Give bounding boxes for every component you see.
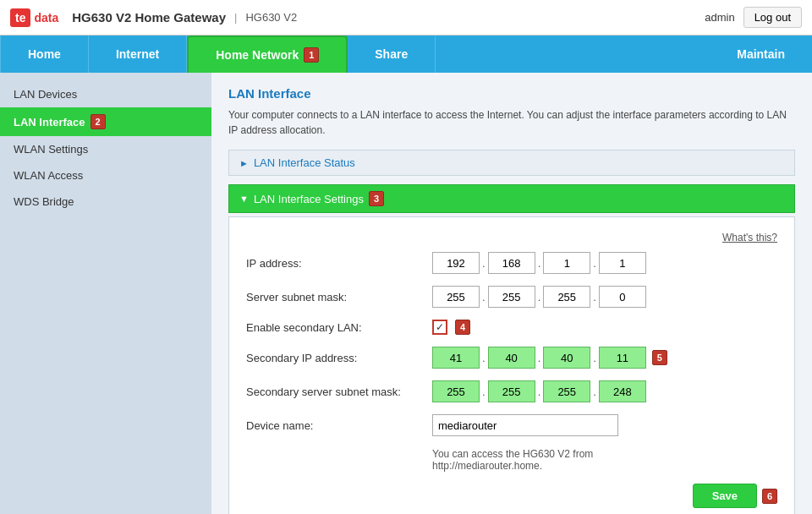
subnet-mask-octet2[interactable] [488,286,535,308]
sidebar-item-wds-bridge[interactable]: WDS Bridge [0,189,211,215]
nav-home[interactable]: Home [0,36,89,73]
device-name-input[interactable] [432,414,618,436]
page-description: Your computer connects to a LAN interfac… [228,107,795,138]
secondary-ip-inputs: . . . 5 [432,347,667,369]
secondary-ip-label: Secondary IP address: [246,352,432,364]
secondary-mask-row: Secondary server subnet mask: . . . [246,380,777,402]
enable-secondary-row: Enable secondary LAN: ✓ 4 [246,320,777,335]
subnet-mask-octet3[interactable] [543,286,590,308]
save-badge: 6 [762,489,777,504]
header-title: HG630 V2 Home Gateway [72,10,226,25]
ip-address-octet3[interactable] [543,252,590,274]
settings-section-label: LAN Interface Settings [254,193,364,205]
ip-address-octet1[interactable] [432,252,480,274]
sidebar: LAN Devices LAN Interface 2 WLAN Setting… [0,73,211,514]
sidebar-item-lan-interface[interactable]: LAN Interface 2 [0,107,211,136]
secondary-ip-octet4[interactable] [599,347,646,369]
sidebar-lan-interface-badge: 2 [91,114,106,129]
nav-home-network-badge: 1 [304,47,319,63]
access-info: You can access the HG630 V2 from http://… [432,448,703,472]
save-row: Save 6 [246,484,777,508]
secondary-ip-octet3[interactable] [543,347,590,369]
header-divider: | [234,11,237,24]
ip-address-inputs: . . . [432,252,646,274]
admin-label: admin [705,11,734,24]
device-name-label: Device name: [246,419,432,432]
nav-internet[interactable]: Internet [89,36,187,73]
logo-brand: te [10,8,30,27]
device-name-inputs [432,414,618,436]
secondary-mask-octet4[interactable] [599,380,646,402]
sidebar-item-wlan-access[interactable]: WLAN Access [0,162,211,189]
ip-address-row: IP address: . . . [246,252,777,274]
settings-area: What's this? IP address: . . . Server su… [228,216,795,514]
enable-secondary-inputs: ✓ 4 [432,320,470,335]
subnet-mask-inputs: . . . [432,286,646,308]
secondary-ip-row: Secondary IP address: . . . 5 [246,347,777,369]
secondary-ip-octet2[interactable] [488,347,535,369]
ip-address-octet4[interactable] [599,252,646,274]
secondary-ip-octet1[interactable] [432,347,480,369]
main-layout: LAN Devices LAN Interface 2 WLAN Setting… [0,73,812,514]
logo-data: data [34,11,58,25]
device-name-row: Device name: [246,414,777,436]
secondary-mask-octet2[interactable] [488,380,535,402]
ip-address-label: IP address: [246,257,432,270]
page-title: LAN Interface [228,86,795,101]
status-arrow-icon: ► [239,158,249,168]
logo: te data [10,8,58,27]
secondary-mask-octet3[interactable] [543,380,590,402]
nav-share[interactable]: Share [348,36,436,73]
ip-address-octet2[interactable] [488,252,535,274]
secondary-mask-inputs: . . . [432,380,646,402]
lan-settings-section[interactable]: ▼ LAN Interface Settings 3 [228,184,795,213]
content-area: LAN Interface Your computer connects to … [211,73,812,514]
nav-home-network[interactable]: Home Network 1 [187,36,348,73]
enable-secondary-badge: 4 [455,320,470,335]
header: te data HG630 V2 Home Gateway | HG630 V2… [0,0,812,36]
subnet-mask-octet4[interactable] [599,286,646,308]
enable-secondary-label: Enable secondary LAN: [246,321,432,334]
main-nav: Home Internet Home Network 1 Share Maint… [0,36,812,73]
lan-status-section[interactable]: ► LAN Interface Status [228,150,795,176]
sidebar-item-lan-devices[interactable]: LAN Devices [0,81,211,107]
status-section-label: LAN Interface Status [254,156,355,169]
whats-this-link[interactable]: What's this? [246,231,777,243]
enable-secondary-checkbox[interactable]: ✓ [432,320,447,335]
save-button[interactable]: Save [693,484,757,508]
secondary-mask-octet1[interactable] [432,380,480,402]
secondary-mask-label: Secondary server subnet mask: [246,386,432,398]
settings-section-badge: 3 [369,191,384,206]
header-subtitle: HG630 V2 [245,11,297,24]
subnet-mask-row: Server subnet mask: . . . [246,286,777,308]
secondary-ip-badge: 5 [652,350,667,365]
logout-button[interactable]: Log out [743,7,802,28]
subnet-mask-octet1[interactable] [432,286,480,308]
settings-arrow-icon: ▼ [239,194,249,204]
subnet-mask-label: Server subnet mask: [246,291,432,303]
nav-maintain[interactable]: Maintain [710,36,812,73]
sidebar-item-wlan-settings[interactable]: WLAN Settings [0,136,211,162]
header-right: admin Log out [705,7,802,28]
